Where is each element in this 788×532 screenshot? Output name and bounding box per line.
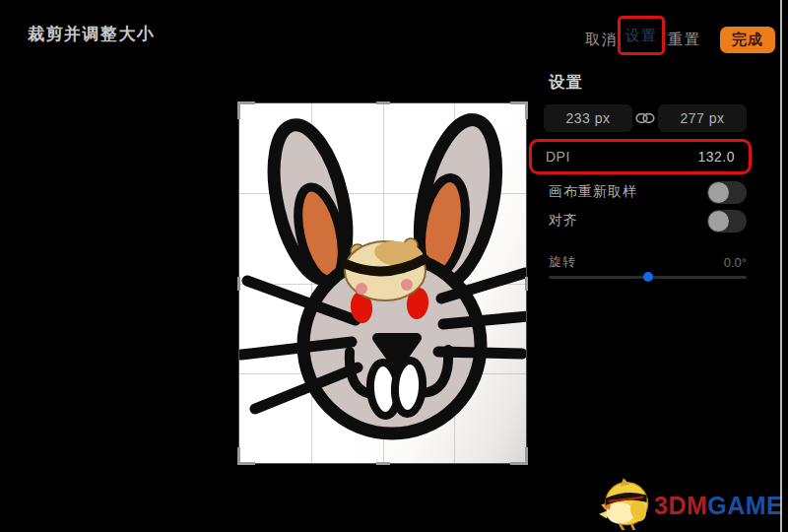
crop-handle-top-right[interactable] — [510, 101, 528, 119]
crop-handle-right[interactable] — [525, 277, 528, 291]
rotation-row: 旋转 0.0° — [549, 253, 747, 271]
watermark: 3DMGAME — [597, 475, 786, 532]
crop-handle-bottom-left[interactable] — [237, 447, 255, 465]
rabbit-artwork-image — [239, 103, 526, 463]
toggle-knob — [708, 182, 729, 203]
crop-handle-top-left[interactable] — [237, 101, 255, 119]
annotation-box-settings: 设置 — [618, 16, 665, 55]
resample-row: 画布重新取样 — [549, 180, 747, 204]
watermark-text: 3DMGAME — [654, 492, 783, 520]
crop-handle-left[interactable] — [237, 277, 240, 291]
snap-toggle[interactable] — [707, 210, 747, 233]
width-field[interactable]: 233 px — [544, 104, 632, 132]
crop-handle-bottom[interactable] — [376, 462, 390, 465]
snap-label: 对齐 — [549, 212, 578, 230]
rotation-label: 旋转 — [549, 253, 576, 271]
rotation-slider[interactable] — [549, 276, 747, 279]
crop-resize-screen: 裁剪并调整大小 取消 设置 重置 完成 设置 233 px 277 px DPI… — [0, 0, 788, 532]
page-title: 裁剪并调整大小 — [28, 23, 156, 45]
screen-edge-line — [780, 0, 782, 532]
rotation-value: 0.0° — [724, 255, 747, 270]
dpi-value-field[interactable]: 132.0 — [697, 149, 735, 165]
chain-link-icon[interactable] — [635, 111, 655, 125]
settings-button[interactable]: 设置 — [625, 27, 657, 45]
settings-panel-header: 设置 — [549, 73, 584, 94]
done-button[interactable]: 完成 — [720, 27, 775, 53]
resample-toggle[interactable] — [707, 181, 747, 204]
watermark-3dm: 3DM — [654, 492, 707, 519]
annotation-box-dpi: DPI 132.0 — [529, 139, 752, 174]
mascot-bird-icon — [597, 475, 652, 530]
watermark-game: GAME — [707, 492, 783, 519]
toggle-knob — [708, 211, 729, 232]
resample-label: 画布重新取样 — [549, 183, 637, 201]
reset-button[interactable]: 重置 — [668, 31, 701, 49]
cancel-button[interactable]: 取消 — [585, 31, 619, 49]
dpi-label: DPI — [546, 149, 570, 165]
dimension-row: 233 px 277 px — [544, 104, 747, 132]
snap-row: 对齐 — [549, 209, 747, 233]
rotation-slider-thumb[interactable] — [643, 272, 653, 282]
crop-handle-top[interactable] — [376, 101, 390, 104]
crop-canvas[interactable] — [239, 103, 526, 463]
crop-handle-bottom-right[interactable] — [510, 447, 528, 465]
height-field[interactable]: 277 px — [658, 104, 747, 132]
